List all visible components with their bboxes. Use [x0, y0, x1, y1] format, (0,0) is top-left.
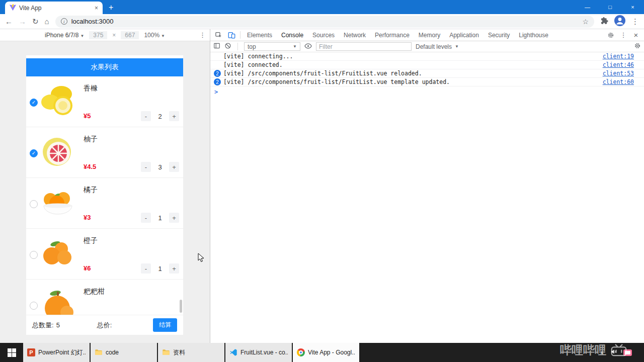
browser-tab[interactable]: Vite App ×: [5, 2, 103, 14]
stepper-decrease-button[interactable]: -: [141, 213, 151, 223]
devtools-tab-network[interactable]: Network: [339, 29, 370, 41]
console-output: [vite] connecting... client:19 [vite] co…: [210, 52, 644, 343]
tray-chevron-up-icon[interactable]: ∧: [600, 350, 604, 355]
stepper-count: 1: [152, 214, 168, 222]
devtools-tab-memory[interactable]: Memory: [414, 29, 445, 41]
device-select[interactable]: iPhone 6/7/8▼: [45, 32, 84, 39]
console-filter-input[interactable]: [316, 42, 412, 51]
taskbar-app-icon: [297, 348, 305, 356]
site-info-icon[interactable]: i: [61, 18, 67, 25]
fruit-list-item: ✓ 香橼 ¥5 - 2 +: [26, 76, 183, 127]
devtools-tab-performance[interactable]: Performance: [370, 29, 414, 41]
taskbar-button[interactable]: Vite App - Googl...: [293, 343, 359, 362]
console-sidebar-toggle-icon[interactable]: [213, 42, 220, 51]
maximize-button[interactable]: □: [599, 0, 621, 14]
console-source-link[interactable]: client:46: [593, 61, 634, 68]
taskbar-button[interactable]: code: [91, 343, 157, 362]
stepper-increase-button[interactable]: +: [169, 213, 179, 223]
browser-navbar: ← → ↻ ⌂ i localhost:3000 ☆ ⋮: [0, 14, 644, 29]
page-scrollbar-thumb[interactable]: [180, 300, 182, 313]
browser-menu-icon[interactable]: ⋮: [631, 18, 639, 25]
stepper-decrease-button[interactable]: -: [141, 111, 151, 121]
fruit-list-item: 橙子 ¥6 - 1 +: [26, 229, 183, 280]
devtools-tab-security[interactable]: Security: [484, 29, 514, 41]
zoom-select[interactable]: 100%▼: [144, 32, 165, 39]
console-message: [vite] connected. client:46: [210, 61, 644, 69]
devtools-close-icon[interactable]: ×: [629, 31, 642, 39]
device-toolbar-toggle-icon[interactable]: [225, 31, 238, 39]
devtools-tab-lighthouse[interactable]: Lighthouse: [514, 29, 553, 41]
console-message-text: [vite] connected.: [223, 61, 283, 68]
reload-icon[interactable]: ↻: [32, 18, 39, 25]
devtools-tab-sources[interactable]: Sources: [308, 29, 339, 41]
devtools-panel: ElementsConsoleSourcesNetworkPerformance…: [210, 29, 644, 343]
stepper-decrease-button[interactable]: -: [141, 162, 151, 172]
devtools-tab-elements[interactable]: Elements: [243, 29, 277, 41]
stepper-decrease-button[interactable]: -: [141, 263, 151, 274]
viewport-width-input[interactable]: 375: [89, 31, 107, 39]
devtools-menu-icon[interactable]: ⋮: [617, 31, 629, 39]
volume-icon[interactable]: [610, 348, 617, 357]
bookmark-star-icon[interactable]: ☆: [582, 18, 589, 26]
extensions-puzzle-icon[interactable]: [600, 17, 608, 27]
windows-taskbar: P PowerPoint 幻灯... code 资料 FruitList.vue…: [0, 343, 644, 362]
fruit-price: ¥5: [84, 112, 91, 120]
total-price-label: 总价:: [97, 321, 112, 330]
address-bar[interactable]: i localhost:3000 ☆: [55, 16, 594, 28]
taskbar-app-icon: P: [27, 348, 35, 356]
bilibili-tray-icon[interactable]: [623, 349, 632, 356]
taskbar-app-label: PowerPoint 幻灯...: [38, 348, 86, 357]
console-prompt[interactable]: >: [210, 86, 644, 98]
home-icon[interactable]: ⌂: [45, 18, 49, 25]
vite-favicon: [10, 4, 16, 12]
tab-close-icon[interactable]: ×: [95, 5, 98, 11]
checkout-button[interactable]: 结算: [153, 318, 177, 332]
profile-avatar[interactable]: [614, 15, 625, 28]
new-tab-button[interactable]: +: [109, 3, 113, 12]
live-expression-eye-icon[interactable]: [304, 42, 312, 51]
console-source-link[interactable]: client:60: [593, 78, 634, 85]
log-levels-select[interactable]: Default levels ▼: [416, 43, 459, 50]
fruit-checkbox[interactable]: [30, 251, 38, 259]
viewport-height-input[interactable]: 667: [121, 31, 139, 39]
navbar-right: ⋮: [600, 15, 639, 28]
stepper-increase-button[interactable]: +: [169, 111, 179, 121]
forward-icon[interactable]: →: [19, 18, 26, 25]
taskbar-button[interactable]: P PowerPoint 幻灯...: [23, 343, 90, 362]
console-settings-gear-icon[interactable]: [634, 42, 641, 51]
device-viewport: 水果列表 ✓ 香橼 ¥5 - 2 + ✓ 柚子 ¥4.5 - 3 + 橘子 ¥3…: [26, 55, 183, 335]
console-source-link[interactable]: client:19: [593, 53, 634, 60]
fruit-checkbox[interactable]: [30, 302, 38, 310]
stepper-increase-button[interactable]: +: [169, 162, 179, 172]
clear-console-icon[interactable]: [224, 42, 231, 51]
device-toolbar-menu-icon[interactable]: ⋮: [199, 31, 206, 39]
close-button[interactable]: ×: [621, 0, 644, 14]
settings-gear-icon[interactable]: [604, 32, 617, 39]
dimensions-times: ×: [112, 32, 116, 39]
browser-titlebar: Vite App × + — □ ×: [0, 0, 644, 14]
devtools-tabbar-right: ⋮ ×: [604, 31, 642, 39]
taskbar-app-icon: [162, 348, 170, 356]
inspect-element-icon[interactable]: [212, 31, 225, 39]
console-source-link[interactable]: client:53: [593, 70, 634, 77]
back-icon[interactable]: ←: [5, 18, 13, 25]
console-message-text: [vite] /src/components/fruit-list/FruitL…: [223, 78, 450, 85]
fruit-checkbox[interactable]: ✓: [30, 149, 38, 157]
fruit-name: 橘子: [84, 186, 98, 195]
javascript-context-select[interactable]: top ▼: [244, 42, 300, 51]
fruit-checkbox[interactable]: ✓: [30, 99, 38, 107]
devtools-tab-application[interactable]: Application: [445, 29, 484, 41]
start-button[interactable]: [0, 343, 23, 362]
devtools-tabbar: ElementsConsoleSourcesNetworkPerformance…: [210, 29, 644, 41]
device-toolbar: iPhone 6/7/8▼ 375 × 667 100%▼ ⋮: [0, 29, 210, 41]
fruit-checkbox[interactable]: [30, 200, 38, 208]
caret-down-icon: ▼: [293, 44, 297, 49]
taskbar-app-icon: [229, 348, 237, 356]
minimize-button[interactable]: —: [576, 0, 599, 14]
repeat-count-badge: 2: [214, 70, 221, 77]
stepper-increase-button[interactable]: +: [169, 263, 179, 274]
devtools-tab-console[interactable]: Console: [277, 29, 308, 41]
fruit-stepper: - 1 +: [141, 263, 179, 274]
taskbar-button[interactable]: FruitList.vue - co...: [225, 343, 292, 362]
taskbar-button[interactable]: 资料: [158, 343, 224, 362]
